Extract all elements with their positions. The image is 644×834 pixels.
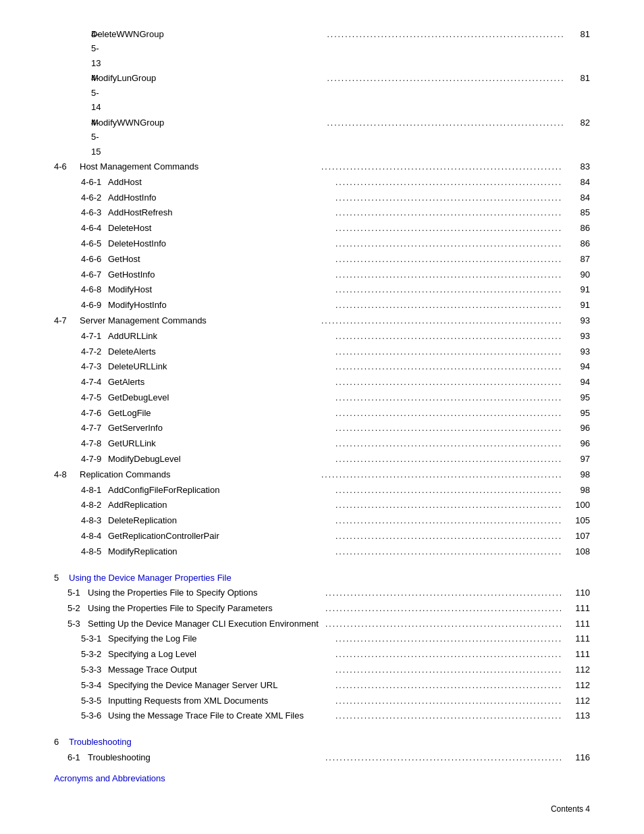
entry-label: ModifyWWNGroup [91, 115, 327, 130]
entry-label: AddHostRefresh [108, 205, 336, 219]
list-item: 4-7-2 DeleteAlerts 93 [54, 344, 590, 359]
section5-heading[interactable]: Using the Device Manager Properties File [69, 571, 563, 585]
entry-number: 5-3-4 [54, 678, 108, 692]
entry-label: Specifying a Log Level [108, 647, 336, 661]
entry-number: 6 [54, 735, 69, 749]
section6-heading[interactable]: Troubleshooting [69, 735, 563, 749]
entry-label: AddReplication [108, 498, 336, 512]
dots [336, 406, 563, 421]
entry-label: ModifyReplication [108, 544, 336, 558]
entry-label: AddHost [108, 175, 336, 189]
entry-number: 4-8-2 [54, 498, 108, 512]
dots [336, 282, 563, 297]
entry-label: AddHostInfo [108, 190, 336, 205]
entry-page: 108 [563, 544, 590, 558]
entry-page: 112 [563, 678, 590, 692]
acronyms-entry: Acronyms and Abbreviations [54, 771, 590, 785]
entry-number: 5-3-6 [54, 708, 108, 723]
list-item: 5-3-3 Message Trace Output 112 [54, 662, 590, 677]
dots [321, 313, 563, 328]
entry-page: 87 [563, 252, 590, 266]
entry-number: 4-8 [54, 467, 80, 481]
acronyms-link[interactable]: Acronyms and Abbreviations [54, 771, 165, 785]
entry-page: 105 [563, 513, 590, 527]
page-content: 4-5-13 DeleteWWNGroup 81 4-5-14 ModifyLu… [0, 0, 644, 827]
entry-label: GetLogFile [108, 406, 336, 420]
dots [325, 617, 563, 631]
entry-page: 116 [563, 750, 590, 764]
entry-label: Host Management Commands [80, 159, 321, 174]
entry-number: 4-7-3 [54, 359, 108, 373]
entry-page: 91 [563, 298, 590, 312]
entry-page: 97 [563, 452, 590, 466]
entry-label: GetAlerts [108, 375, 336, 389]
dots [336, 390, 563, 405]
dots [336, 513, 563, 528]
entry-number: 4-8-5 [54, 544, 108, 558]
list-item: 5-2 Using the Properties File to Specify… [54, 601, 590, 616]
list-item: 4-6-7 GetHostInfo 90 [54, 267, 590, 282]
list-item: 4-6-1 AddHost 84 [54, 175, 590, 190]
entry-number: 5-2 [54, 601, 88, 615]
entry-number: 4-5-14 [54, 71, 91, 114]
entry-page: 83 [563, 159, 590, 174]
dots [321, 159, 563, 174]
entry-number: 5-3-3 [54, 662, 108, 677]
list-item: 4-8-4 GetReplicationControllerPair 107 [54, 529, 590, 544]
entry-label: DeleteHostInfo [108, 236, 336, 251]
entry-number: 5-1 [54, 585, 88, 600]
dots [336, 544, 563, 559]
list-item: 4-8-5 ModifyReplication 108 [54, 544, 590, 559]
list-item: 5-1 Using the Properties File to Specify… [54, 585, 590, 600]
entry-number: 5 [54, 571, 69, 585]
entry-page: 95 [563, 406, 590, 420]
dots [325, 750, 563, 765]
dots [336, 421, 563, 436]
list-item: 4-8-2 AddReplication 100 [54, 498, 590, 513]
list-item: 4-8-3 DeleteReplication 105 [54, 513, 590, 528]
list-item: 5-3 Setting Up the Device Manager CLI Ex… [54, 617, 590, 631]
list-item: 5-3-2 Specifying a Log Level 111 [54, 647, 590, 662]
section5-link[interactable]: Using the Device Manager Properties File [69, 573, 232, 583]
list-item: 4-6-8 ModifyHost 91 [54, 282, 590, 297]
list-item: 4-7-8 GetURLLink 96 [54, 436, 590, 451]
section6-link[interactable]: Troubleshooting [69, 737, 132, 747]
entry-number: 4-5-15 [54, 115, 91, 159]
list-item: 4-7-4 GetAlerts 94 [54, 375, 590, 390]
entry-page: 100 [563, 498, 590, 512]
entry-page: 90 [563, 267, 590, 282]
entry-page: 95 [563, 390, 590, 405]
entry-page: 107 [563, 529, 590, 543]
dots [336, 529, 563, 544]
entry-label: AddConfigFileForReplication [108, 483, 336, 497]
list-item: 4-5-15 ModifyWWNGroup 82 [54, 115, 590, 159]
entry-number: 5-3 [54, 617, 88, 631]
entry-page: 111 [563, 617, 590, 631]
entry-page: 111 [563, 601, 590, 615]
dots [336, 190, 563, 205]
entry-page: 94 [563, 375, 590, 389]
dots [336, 498, 563, 513]
entry-number: 4-7-6 [54, 406, 108, 420]
toc-section-5: 5 Using the Device Manager Properties Fi… [54, 571, 590, 724]
dots [336, 221, 563, 236]
entry-page: 84 [563, 175, 590, 189]
entry-number: 4-7-7 [54, 421, 108, 435]
dots [336, 483, 563, 498]
entry-label: ModifyHost [108, 282, 336, 296]
entry-label: ModifyLunGroup [91, 71, 327, 85]
entry-page: 93 [563, 344, 590, 359]
list-item: 5-3-4 Specifying the Device Manager Serv… [54, 678, 590, 693]
dots [336, 359, 563, 374]
entry-label: DeleteAlerts [108, 344, 336, 359]
dots [336, 236, 563, 251]
entry-number: 4-7-2 [54, 344, 108, 359]
dots [325, 601, 563, 616]
entry-label: Using the Properties File to Specify Par… [88, 601, 325, 615]
entry-label: DeleteHost [108, 221, 336, 235]
entry-label: ModifyDebugLevel [108, 452, 336, 466]
list-item: 4-6 Host Management Commands 83 [54, 159, 590, 174]
entry-label: Replication Commands [80, 467, 321, 481]
entry-page: 82 [563, 115, 590, 130]
dots [336, 678, 563, 693]
